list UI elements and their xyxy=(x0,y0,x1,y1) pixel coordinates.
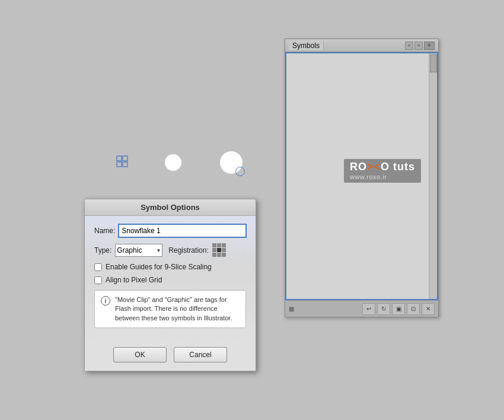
dialog-titlebar: Symbol Options xyxy=(85,199,256,216)
enable-guides-row: Enable Guides for 9-Slice Scaling xyxy=(94,263,246,271)
align-pixel-checkbox[interactable] xyxy=(94,276,102,284)
type-select[interactable]: Movie Clip Graphic Button xyxy=(115,244,162,257)
registration-label: Registration: xyxy=(168,246,208,254)
reg-cell-bm[interactable] xyxy=(217,253,221,257)
name-row: Name: xyxy=(94,224,246,237)
info-text: "Movie Clip" and "Graphic" are tags for … xyxy=(115,295,240,323)
panel-collapse-button[interactable]: « xyxy=(405,42,413,50)
reg-cell-tm[interactable] xyxy=(217,243,221,247)
align-pixel-row: Align to Pixel Grid xyxy=(94,276,246,284)
type-select-wrapper: Movie Clip Graphic Button ▼ xyxy=(115,244,162,257)
watermark-arrow-icon: >< xyxy=(367,161,381,173)
panel-footer-left: ▦ xyxy=(289,306,296,312)
circle-outline-indicator xyxy=(235,167,245,176)
panel-break-link-button[interactable]: ↻ xyxy=(377,303,390,315)
panel-place-symbol-button[interactable]: ↩ xyxy=(362,303,375,315)
reg-cell-mr[interactable] xyxy=(222,248,226,252)
svg-rect-1 xyxy=(123,156,127,161)
panel-scrollbar-thumb[interactable] xyxy=(430,55,437,72)
type-row: Type: Movie Clip Graphic Button ▼ Regist… xyxy=(94,243,246,257)
reg-cell-bl[interactable] xyxy=(212,253,216,257)
circle-symbol-small xyxy=(165,154,181,171)
watermark-main-text: RO><O tuts xyxy=(350,161,415,173)
panel-close-button[interactable]: × xyxy=(414,42,423,50)
reg-cell-ml[interactable] xyxy=(212,248,216,252)
info-icon: i xyxy=(101,296,110,306)
reg-cell-br[interactable] xyxy=(222,253,226,257)
info-box: i "Movie Clip" and "Graphic" are tags fo… xyxy=(94,290,246,328)
svg-rect-2 xyxy=(117,162,122,167)
type-label: Type: xyxy=(94,246,111,254)
enable-guides-label: Enable Guides for 9-Slice Scaling xyxy=(106,263,212,271)
watermark-sub-text: www.roxo.ir xyxy=(350,173,415,180)
svg-rect-3 xyxy=(123,162,127,167)
reg-cell-tr[interactable] xyxy=(222,243,226,247)
watermark: RO><O tuts www.roxo.ir xyxy=(344,159,421,183)
reg-cell-tl[interactable] xyxy=(212,243,216,247)
grid-symbol-icon xyxy=(116,155,134,173)
panel-new-symbol-button[interactable]: ▣ xyxy=(392,303,405,315)
dialog-body: Name: Type: Movie Clip Graphic Button ▼ … xyxy=(85,216,256,342)
registration-grid[interactable] xyxy=(212,243,226,257)
symbol-options-dialog: Symbol Options Name: Type: Movie Clip Gr… xyxy=(84,199,256,371)
panel-duplicate-symbol-button[interactable]: ⊡ xyxy=(407,303,420,315)
panel-delete-symbol-button[interactable]: ✕ xyxy=(422,303,435,315)
panel-footer: ▦ ↩ ↻ ▣ ⊡ ✕ xyxy=(285,300,438,317)
dialog-buttons: OK Cancel xyxy=(85,342,256,371)
panel-scrollbar[interactable] xyxy=(429,53,437,299)
ok-button[interactable]: OK xyxy=(113,347,167,362)
svg-rect-0 xyxy=(117,156,122,161)
enable-guides-checkbox[interactable] xyxy=(94,263,102,271)
name-label: Name: xyxy=(94,227,115,235)
cancel-button[interactable]: Cancel xyxy=(174,347,227,362)
align-pixel-label: Align to Pixel Grid xyxy=(106,276,162,284)
panel-title-area: Symbols xyxy=(289,41,324,50)
panel-menu-button[interactable]: ≡ xyxy=(424,42,435,50)
reg-cell-mm[interactable] xyxy=(217,248,221,252)
panel-footer-buttons: ↩ ↻ ▣ ⊡ ✕ xyxy=(362,303,435,315)
circle-symbol-large xyxy=(220,151,243,174)
panel-title-tab[interactable]: Symbols xyxy=(289,41,324,50)
panel-controls: « × ≡ xyxy=(405,42,435,50)
panel-symbol-library-icon: ▦ xyxy=(289,306,294,312)
name-input[interactable] xyxy=(119,224,246,237)
panel-titlebar: Symbols « × ≡ xyxy=(285,39,438,52)
